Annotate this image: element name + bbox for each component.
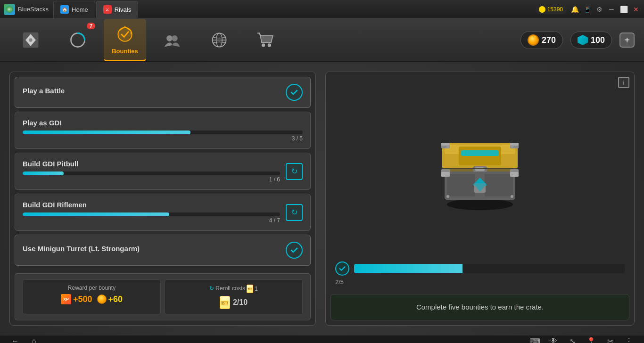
eye-btn[interactable]: 👁 [548, 335, 559, 343]
svg-rect-19 [485, 174, 513, 196]
bounty-name-play-a-battle: Play a Battle [23, 87, 280, 95]
svg-rect-18 [447, 174, 475, 196]
launch-icon [20, 30, 41, 50]
nav-bounties[interactable]: Bounties [104, 19, 146, 61]
more-btn[interactable]: ⋮ [623, 335, 635, 343]
bounty-bar-bg-build-gdi-riflemen [23, 212, 280, 216]
svg-point-4 [29, 38, 32, 41]
svg-point-39 [511, 145, 513, 148]
gem-currency: 100 [570, 32, 612, 49]
reward-xp-value: +500 [73, 294, 92, 304]
bounty-play-a-battle: Play a Battle [15, 77, 311, 108]
nav-social[interactable] [151, 19, 193, 61]
bounties-icon [115, 24, 135, 45]
reward-bar: Reward per bounty XP +500 +60 [15, 273, 311, 320]
scissors-btn[interactable]: ✂ [604, 335, 616, 343]
bounty-reroll-build-gdi-pitbull[interactable]: ↻ [286, 163, 303, 180]
android-btn[interactable]: 📱 [583, 5, 591, 14]
gold-currency: 270 [520, 31, 563, 49]
shop-icon [256, 30, 277, 50]
keyboard-btn[interactable]: ⌨ [529, 335, 540, 343]
bounty-name-use-minigun-turret: Use Minigun Turret (Lt. Strongarm) [23, 245, 280, 253]
crate-image-area [330, 77, 629, 257]
reward-xp: XP +500 [61, 294, 92, 304]
reroll-section: ↻ Reroll costs 🎫 1 🎫 2/10 [165, 279, 303, 314]
add-currency-button[interactable]: + [619, 33, 635, 48]
bluestacks-logo: B BlueStacks [4, 4, 49, 15]
app-name-label: BlueStacks [18, 6, 49, 13]
title-bar-controls: 15390 🔔 📱 ⚙ ─ ⬜ ✕ [535, 5, 640, 14]
rivals-tab-label: Rivals [115, 6, 131, 13]
coin-icon [539, 6, 545, 13]
bounty-bar-fill-build-gdi-riflemen [23, 212, 169, 216]
crate-progress-label: 2/5 [335, 278, 625, 286]
bluestacks-icon: B [4, 4, 15, 15]
bounty-name-play-as-gdi: Play as GDI [23, 119, 303, 127]
bottom-bar: ← ⌂ ⌨ 👁 ⤡ 📍 ✂ ⋮ [0, 335, 644, 343]
svg-point-14 [268, 43, 271, 47]
bounty-bar-bg-play-as-gdi [23, 131, 303, 134]
coins-display: 15390 [535, 5, 567, 14]
bounties-panel: Play a Battle Play as GDI 3 / 5 [9, 72, 316, 326]
xp-icon: XP [61, 294, 71, 304]
bounties-label: Bounties [112, 48, 138, 55]
reroll-cost-value: 1 [255, 286, 258, 292]
reroll-values: 🎫 2/10 [220, 296, 248, 309]
bounty-progress-text-play-as-gdi: 3 / 5 [23, 135, 303, 142]
reward-gold: +60 [97, 294, 123, 304]
reward-gold-value: +60 [108, 294, 123, 304]
restore-btn[interactable]: ⬜ [619, 5, 628, 14]
bounty-progress-text-build-gdi-pitbull: 1 / 6 [23, 176, 280, 183]
bounty-reroll-build-gdi-riflemen[interactable]: ↻ [286, 204, 303, 221]
reward-gold-icon [97, 294, 107, 304]
reward-title: Reward per bounty [68, 285, 116, 291]
location-btn[interactable]: 📍 [586, 335, 597, 343]
close-btn[interactable]: ✕ [632, 5, 640, 14]
svg-point-8 [166, 35, 173, 41]
bounty-name-build-gdi-pitbull: Build GDI Pitbull [23, 160, 280, 168]
svg-point-38 [446, 145, 449, 148]
title-bar: B BlueStacks 🏠 Home ⚔ Rivals 15390 🔔 📱 ⚙… [0, 0, 644, 19]
crate-description: Complete five bounties to earn the crate… [330, 294, 629, 321]
svg-point-40 [446, 195, 449, 198]
svg-rect-25 [461, 150, 499, 156]
notification-btn[interactable]: 🔔 [570, 5, 579, 14]
bounty-build-gdi-pitbull: Build GDI Pitbull 1 / 6 ↻ [15, 153, 311, 190]
gem-value: 100 [591, 35, 605, 45]
svg-rect-31 [441, 172, 450, 177]
svg-point-6 [117, 27, 133, 42]
title-bar-tabs: 🏠 Home ⚔ Rivals [53, 1, 535, 18]
svg-point-15 [447, 199, 513, 210]
back-btn[interactable]: ← [9, 335, 21, 343]
minimize-btn[interactable]: ─ [607, 5, 616, 14]
nav-launch[interactable] [9, 19, 52, 61]
bounty-left-build-gdi-pitbull: Build GDI Pitbull 1 / 6 [23, 160, 280, 183]
resize-btn[interactable]: ⤡ [567, 335, 578, 343]
crate-info-button[interactable]: i [618, 77, 629, 88]
nav-global[interactable] [198, 19, 240, 61]
home-btn[interactable]: ⌂ [28, 335, 40, 343]
settings-btn[interactable]: ⚙ [595, 5, 603, 14]
home-tab-icon: 🏠 [60, 5, 69, 14]
rivals-tab[interactable]: ⚔ Rivals [96, 1, 138, 18]
gem-icon [578, 35, 588, 45]
updates-badge: 7 [87, 23, 95, 29]
social-icon [162, 30, 182, 50]
rivals-tab-icon: ⚔ [103, 5, 112, 14]
bounty-left-play-as-gdi: Play as GDI 3 / 5 [23, 119, 303, 142]
crate-description-text: Complete five bounties to earn the crate… [339, 302, 621, 313]
home-tab[interactable]: 🏠 Home [53, 1, 95, 18]
bounty-check-play-a-battle [286, 84, 303, 101]
currency-bar: 270 100 + [520, 31, 635, 49]
nav-shop[interactable] [245, 19, 288, 61]
crate-bar-fill [354, 264, 462, 273]
gold-icon [528, 34, 539, 46]
reroll-title: ↻ Reroll costs 🎫 1 [209, 285, 258, 293]
updates-icon [67, 30, 88, 50]
ticket-large-icon: 🎫 [220, 296, 230, 309]
coins-value: 15390 [547, 6, 563, 13]
reward-section: Reward per bounty XP +500 +60 [23, 279, 161, 314]
game-area: 7 Bounties [0, 19, 644, 324]
bounty-progress-text-build-gdi-riflemen: 4 / 7 [23, 217, 280, 224]
nav-updates[interactable]: 7 [57, 19, 99, 61]
